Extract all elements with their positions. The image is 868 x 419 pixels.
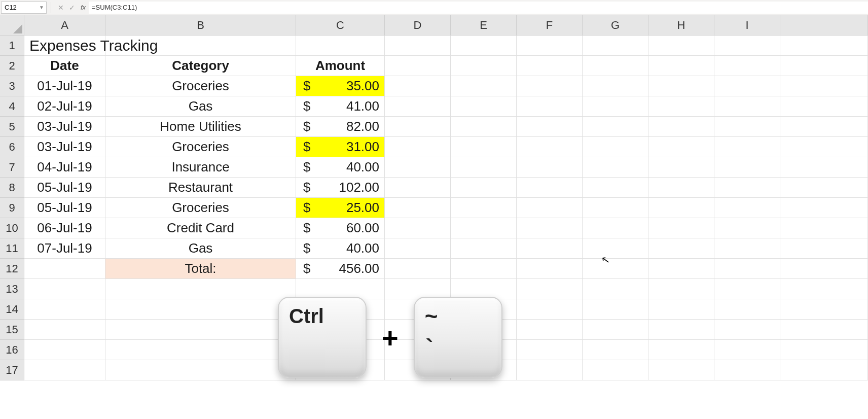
cell[interactable] <box>517 299 583 320</box>
row-header[interactable]: 14 <box>0 299 24 320</box>
cell[interactable] <box>385 76 451 96</box>
cell[interactable] <box>780 340 868 360</box>
cell[interactable] <box>648 96 714 117</box>
cell[interactable] <box>583 218 648 238</box>
cell[interactable] <box>648 360 714 380</box>
cell[interactable] <box>451 117 517 137</box>
row-header[interactable]: 6 <box>0 137 24 157</box>
category-cell[interactable]: Groceries <box>105 198 296 218</box>
amount-cell[interactable]: $41.00 <box>296 96 385 117</box>
col-header-extra[interactable] <box>780 15 868 36</box>
row-header[interactable]: 7 <box>0 157 24 178</box>
cell[interactable] <box>780 137 868 157</box>
cell[interactable] <box>583 238 648 259</box>
category-cell[interactable]: Groceries <box>105 76 296 96</box>
row-header[interactable]: 2 <box>0 56 24 76</box>
cell[interactable] <box>714 299 780 320</box>
cell[interactable] <box>583 360 648 380</box>
row-header[interactable]: 15 <box>0 320 24 340</box>
cell[interactable] <box>517 218 583 238</box>
category-cell[interactable]: Restaurant <box>105 178 296 198</box>
cell[interactable] <box>451 279 517 299</box>
cell[interactable] <box>517 178 583 198</box>
col-header-d[interactable]: D <box>385 15 451 36</box>
cell[interactable] <box>648 178 714 198</box>
row-header[interactable]: 9 <box>0 198 24 218</box>
select-all-corner[interactable] <box>0 15 24 36</box>
cell[interactable] <box>105 299 296 320</box>
cell[interactable] <box>517 157 583 178</box>
cell[interactable] <box>385 238 451 259</box>
cell[interactable] <box>714 137 780 157</box>
total-amount[interactable]: $ 456.00 <box>296 259 385 279</box>
enter-formula-icon[interactable]: ✓ <box>67 3 77 13</box>
col-header-g[interactable]: G <box>583 15 648 36</box>
cell[interactable] <box>583 137 648 157</box>
cell[interactable] <box>780 76 868 96</box>
cell[interactable] <box>451 56 517 76</box>
cell[interactable] <box>648 320 714 340</box>
cell[interactable] <box>780 157 868 178</box>
cell[interactable] <box>385 198 451 218</box>
cell[interactable] <box>24 360 105 380</box>
cell[interactable] <box>583 178 648 198</box>
category-cell[interactable]: Gas <box>105 238 296 259</box>
cell[interactable] <box>296 36 385 56</box>
col-header-f[interactable]: F <box>517 15 583 36</box>
cell[interactable] <box>517 56 583 76</box>
col-category-header[interactable]: Category <box>105 56 296 76</box>
cell[interactable] <box>24 340 105 360</box>
cell[interactable] <box>451 218 517 238</box>
cell[interactable] <box>780 198 868 218</box>
amount-cell[interactable]: $60.00 <box>296 218 385 238</box>
cell[interactable] <box>583 279 648 299</box>
cell[interactable] <box>105 320 296 340</box>
date-cell[interactable]: 07-Jul-19 <box>24 238 105 259</box>
cell[interactable] <box>780 36 868 56</box>
col-header-h[interactable]: H <box>648 15 714 36</box>
cell[interactable] <box>517 36 583 56</box>
row-header[interactable]: 10 <box>0 218 24 238</box>
row-header[interactable]: 5 <box>0 117 24 137</box>
cell[interactable] <box>780 178 868 198</box>
amount-cell[interactable]: $25.00 <box>296 198 385 218</box>
cell[interactable] <box>105 360 296 380</box>
cell[interactable] <box>714 56 780 76</box>
cell[interactable] <box>714 36 780 56</box>
cell[interactable] <box>648 56 714 76</box>
cell[interactable] <box>385 218 451 238</box>
cell[interactable] <box>385 96 451 117</box>
cell[interactable] <box>517 96 583 117</box>
date-cell[interactable]: 05-Jul-19 <box>24 198 105 218</box>
cell[interactable] <box>583 36 648 56</box>
cell[interactable] <box>451 259 517 279</box>
cell[interactable] <box>517 279 583 299</box>
cell[interactable] <box>385 137 451 157</box>
name-box[interactable]: C12 ▼ <box>1 2 47 14</box>
cell[interactable] <box>385 178 451 198</box>
cell[interactable] <box>583 76 648 96</box>
cell[interactable] <box>583 198 648 218</box>
cell[interactable] <box>780 259 868 279</box>
cell[interactable] <box>517 76 583 96</box>
category-cell[interactable]: Gas <box>105 96 296 117</box>
dropdown-icon[interactable]: ▼ <box>39 5 44 10</box>
amount-cell[interactable]: $35.00 <box>296 76 385 96</box>
date-cell[interactable]: 05-Jul-19 <box>24 178 105 198</box>
category-cell[interactable]: Credit Card <box>105 218 296 238</box>
sheet-title[interactable]: Expenses Tracking <box>24 36 105 56</box>
cell[interactable] <box>714 76 780 96</box>
cell[interactable] <box>714 279 780 299</box>
cell[interactable] <box>714 320 780 340</box>
cell[interactable] <box>648 238 714 259</box>
cell[interactable] <box>451 96 517 117</box>
date-cell[interactable]: 06-Jul-19 <box>24 218 105 238</box>
cell[interactable] <box>648 198 714 218</box>
cell[interactable] <box>517 360 583 380</box>
cell[interactable] <box>385 157 451 178</box>
cell[interactable] <box>105 36 296 56</box>
cell[interactable] <box>714 178 780 198</box>
cell[interactable] <box>780 218 868 238</box>
col-header-b[interactable]: B <box>105 15 296 36</box>
cell[interactable] <box>583 96 648 117</box>
